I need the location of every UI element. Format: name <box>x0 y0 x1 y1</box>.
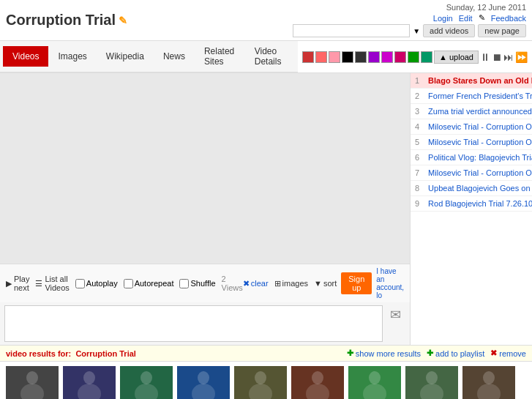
color-swatch-0[interactable] <box>302 51 314 63</box>
clear-button[interactable]: ✖ clear <box>243 279 269 288</box>
playlist-item-9[interactable]: 9Rod Blagojevich Trial 7.26.10...4:28 <box>411 196 532 212</box>
color-swatch-9[interactable] <box>421 51 432 63</box>
svg-point-19 <box>369 371 381 384</box>
playlist-num-9: 9 <box>415 199 425 208</box>
playlist-num-3: 3 <box>415 107 425 116</box>
account-link[interactable]: I have an account, lo <box>376 267 404 299</box>
images-button[interactable]: ⊞ images <box>274 279 308 288</box>
color-swatch-2[interactable] <box>329 51 340 63</box>
thumbnail-item-3[interactable]: Milosevic Trial - Corruption Of10:45 <box>120 366 173 399</box>
thumbnail-item-1[interactable]: Milosevic Trial - Corruption Of10:34 <box>6 366 59 399</box>
feedback-link[interactable]: Feedback <box>491 14 526 23</box>
tab-wikipedia[interactable]: Wikipedia <box>97 46 154 67</box>
playlist-title-9: Rod Blagojevich Trial 7.26.10 <box>428 199 532 208</box>
playlist-item-2[interactable]: 2Former French President's Trial Postpon… <box>411 89 532 104</box>
color-swatch-3[interactable] <box>342 51 353 63</box>
color-swatch-1[interactable] <box>315 51 327 63</box>
color-swatch-8[interactable] <box>408 51 419 63</box>
thumbnail-image-7 <box>348 366 401 399</box>
color-swatch-6[interactable] <box>381 51 393 63</box>
thumbnail-image-8 <box>405 366 458 399</box>
list-icon: ☰ <box>35 279 42 288</box>
svg-point-4 <box>83 371 95 384</box>
thumbnail-item-6[interactable]: Milosevic Trial - Corruption Of10:05 <box>291 366 344 399</box>
svg-point-1 <box>26 371 38 384</box>
color-swatch-7[interactable] <box>394 51 406 63</box>
thumbnail-item-4[interactable]: Tapes Reveal Rod2:53 <box>177 366 230 399</box>
shuffle-checkbox-label[interactable]: Shuffle <box>179 279 215 288</box>
playlist-title-2: Former French President's Trial Postpon.… <box>428 92 532 100</box>
add-videos-button[interactable]: add videos <box>423 24 475 37</box>
autoplay-label: Autoplay <box>86 279 118 288</box>
upload-button[interactable]: ▲ upload <box>434 51 479 64</box>
clear-label: clear <box>251 279 269 288</box>
signup-button[interactable]: Sign up <box>341 272 372 294</box>
upload-icon: ▲ <box>439 53 447 61</box>
autorepeat-checkbox-label[interactable]: Autorepeat <box>124 279 174 288</box>
swatches-area: ▲ upload ⏸ ⏹ ⏭ ⏩ <box>298 49 532 65</box>
images-icon: ⊞ <box>274 279 281 288</box>
remove-button[interactable]: ✖ remove <box>490 348 526 358</box>
tab-video-details[interactable]: Video Details <box>245 41 295 72</box>
shuffle-label: Shuffle <box>190 279 215 288</box>
thumbnail-image-1 <box>6 366 59 399</box>
thumbnail-item-5[interactable]: Whaling on Trial [UPDATED12:38 <box>234 366 287 399</box>
note-textarea[interactable] <box>4 305 383 342</box>
playlist-item-8[interactable]: 8Upbeat Blagojevich Goes on Trial for Co… <box>411 181 532 196</box>
video-player[interactable] <box>0 73 410 264</box>
svg-point-7 <box>141 371 152 384</box>
main-area: ▶ Play next ☰ List all Videos Autoplay A… <box>0 73 532 345</box>
color-swatch-4[interactable] <box>355 51 367 63</box>
playlist: 1Blago Stares Down an Old Friend as Lo..… <box>411 73 532 345</box>
play-next-button[interactable]: ▶ Play next <box>6 275 29 292</box>
autoplay-checkbox[interactable] <box>75 279 85 288</box>
forward-icon[interactable]: ⏭ <box>503 51 514 63</box>
color-swatch-5[interactable] <box>368 51 380 63</box>
thumbnail-image-3 <box>120 366 173 399</box>
note-actions: ✉ <box>386 305 405 342</box>
tab-images[interactable]: Images <box>48 46 96 67</box>
playlist-title-6: Political Vlog: Blagojevich Trial & Corr… <box>428 153 532 162</box>
search-input[interactable] <box>293 24 410 37</box>
add-to-playlist-button[interactable]: ✚ add to playlist <box>427 348 484 358</box>
new-page-button[interactable]: new page <box>478 24 526 37</box>
autoplay-checkbox-label[interactable]: Autoplay <box>75 279 118 288</box>
add-playlist-label: add to playlist <box>435 349 484 358</box>
edit-link[interactable]: Edit <box>459 14 473 23</box>
autorepeat-checkbox[interactable] <box>124 279 133 288</box>
edit-icon[interactable]: ✎ <box>119 15 127 26</box>
playlist-item-7[interactable]: 7Milosevic Trial - Corruption Of Interna… <box>411 165 532 181</box>
tab-related-sites[interactable]: Related Sites <box>195 41 245 72</box>
dropdown-icon[interactable]: ▼ <box>413 27 420 35</box>
send-icon[interactable]: ✉ <box>390 307 401 340</box>
stop-icon[interactable]: ⏹ <box>492 51 502 63</box>
thumbnail-item-7[interactable]: Blagojevich Tapes : Jesse1:58 <box>348 366 401 399</box>
playlist-item-1[interactable]: 1Blago Stares Down an Old Friend as Lo..… <box>411 73 532 89</box>
bottom-controls: ▶ Play next ☰ List all Videos Autoplay A… <box>0 264 410 302</box>
show-more-button[interactable]: ✚ show more results <box>347 348 421 358</box>
pause-icon[interactable]: ⏸ <box>480 51 490 63</box>
tab-videos[interactable]: Videos <box>3 46 48 67</box>
note-area: ✉ <box>0 302 410 345</box>
show-more-icon: ✚ <box>347 348 353 358</box>
feedback-icon: ✎ <box>479 13 485 23</box>
playlist-item-5[interactable]: 5Milosevic Trial - Corruption Of Interna… <box>411 135 532 150</box>
list-all-button[interactable]: ☰ List all Videos <box>35 275 69 292</box>
playlist-item-6[interactable]: 6Political Vlog: Blagojevich Trial & Cor… <box>411 150 532 165</box>
playlist-title-4: Milosevic Trial - Corruption Of Internat… <box>428 122 532 131</box>
results-query: Corruption Trial <box>75 349 136 358</box>
header-right: Sunday, 12 June 2011 Login Edit ✎ Feedba… <box>293 3 526 37</box>
thumbnail-image-9 <box>462 366 515 399</box>
shuffle-checkbox[interactable] <box>179 279 189 288</box>
header-actions: ▼ add videos new page <box>293 24 526 37</box>
fast-forward-icon[interactable]: ⏩ <box>515 51 528 63</box>
tab-news[interactable]: News <box>154 46 195 67</box>
playlist-num-5: 5 <box>415 138 425 146</box>
thumbnail-item-2[interactable]: Milosevic Trial - Corruption Of10:44 <box>63 366 116 399</box>
thumbnail-item-8[interactable]: Egyptian steel tycoon goes on2:16 <box>405 366 458 399</box>
login-link[interactable]: Login <box>433 14 453 23</box>
playlist-item-4[interactable]: 4Milosevic Trial - Corruption Of Interna… <box>411 119 532 135</box>
playlist-item-3[interactable]: 3Zuma trial verdict announced1:30 <box>411 104 532 119</box>
sort-button[interactable]: ▼ sort <box>314 279 337 288</box>
thumbnail-item-9[interactable]: Milosevic Trial - Corruption Of10:53 <box>462 366 515 399</box>
